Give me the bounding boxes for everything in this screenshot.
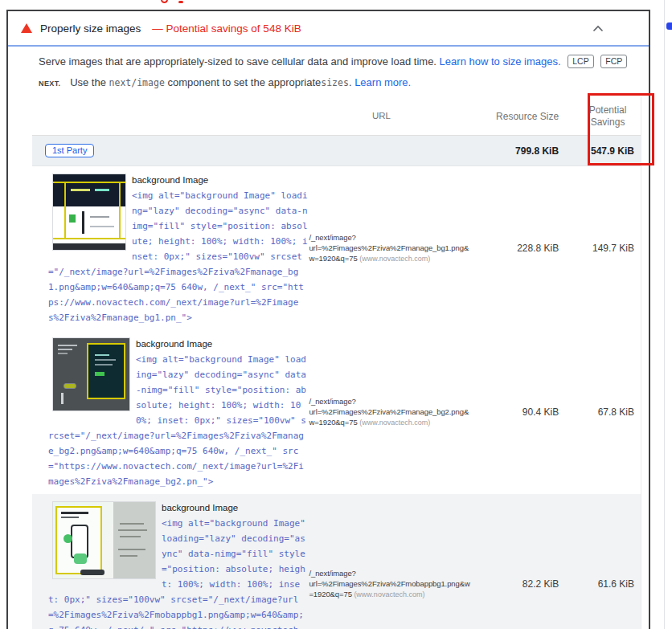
table-row: background Image <img alt="background Im… — [32, 330, 641, 494]
resource-size-cell: 228.8 KiB — [453, 243, 562, 254]
site-potential-savings: 547.9 KiB — [562, 145, 641, 157]
description-text: Serve images that are appropriately-size… — [39, 55, 436, 67]
table-row: background Image <img alt="background Im… — [32, 166, 641, 330]
page-edge-line — [664, 0, 665, 629]
table-header-resource-size: Resource Size — [453, 111, 562, 122]
learn-how-to-size-images-link[interactable]: Learn how to size images. — [440, 55, 561, 67]
stackpack-text: component to set the appropriate — [167, 76, 321, 88]
audit-card-properly-size-images: Properly size images — Potential savings… — [6, 10, 650, 629]
learn-more-link[interactable]: Learn more. — [354, 76, 411, 88]
resource-size-cell: 90.4 KiB — [453, 406, 562, 418]
thumbnail-manage-bg2 — [53, 338, 129, 410]
potential-savings-cell: 67.8 KiB — [562, 406, 641, 418]
first-party-badge: 1st Party — [45, 144, 94, 157]
potential-savings-cell: 149.7 KiB — [562, 243, 641, 254]
stackpack-period: . — [349, 76, 352, 88]
url-host: (www.novactech.com) — [359, 255, 430, 263]
table-header-row: URL Resource Size Potential Savings — [32, 97, 641, 136]
url-host: (www.novactech.com) — [354, 590, 424, 598]
url-cell: /_next/image? url=%2Fimages%2Fziva%2Fman… — [309, 232, 453, 264]
resources-table: URL Resource Size Potential Savings 1st … — [32, 97, 641, 629]
url-cell: /_next/image? url=%2Fimages%2Fziva%2Fman… — [309, 396, 453, 428]
metric-chip-fcp: FCP — [600, 55, 627, 68]
resource-size-cell: 82.2 KiB — [453, 578, 562, 590]
audit-title: Properly size images — [40, 22, 141, 35]
nextjs-stackpack-line: NEXT. Use the next/image component to se… — [39, 76, 636, 91]
table-header-url: URL — [309, 111, 454, 121]
audit-savings-text: — Potential savings of 548 KiB — [152, 22, 301, 35]
blue-annotation-dot — [666, 22, 672, 30]
metric-chip-lcp: LCP — [568, 55, 593, 68]
code-sizes: sizes — [321, 77, 349, 88]
site-summary-row: 1st Party 799.8 KiB 547.9 KiB — [32, 136, 641, 166]
table-header-potential-savings: Potential Savings — [562, 104, 641, 129]
stackpack-text: Use the — [70, 76, 106, 88]
site-resource-size: 799.8 KiB — [453, 145, 562, 157]
thumbnail-manage-bg1 — [53, 174, 125, 250]
collapse-chevron-up-icon[interactable] — [592, 25, 604, 32]
thumbnail-mobappbg1 — [53, 502, 155, 578]
table-row: background Image <img alt="background Im… — [32, 494, 641, 629]
potential-savings-cell: 61.6 KiB — [562, 578, 641, 590]
nextjs-logo: NEXT. — [39, 80, 61, 88]
url-host: (www.novactech.com) — [359, 419, 430, 427]
cutoff-red-text-fragment — [159, 0, 191, 4]
audit-description: Serve images that are appropriately-size… — [39, 55, 636, 69]
code-next-image: next/image — [109, 77, 165, 88]
url-cell: /_next/image? url=%2Fimages%2Fziva%2Fmob… — [309, 568, 453, 600]
audit-header[interactable]: Properly size images — Potential savings… — [8, 11, 649, 47]
fail-warning-triangle-icon — [21, 23, 32, 33]
